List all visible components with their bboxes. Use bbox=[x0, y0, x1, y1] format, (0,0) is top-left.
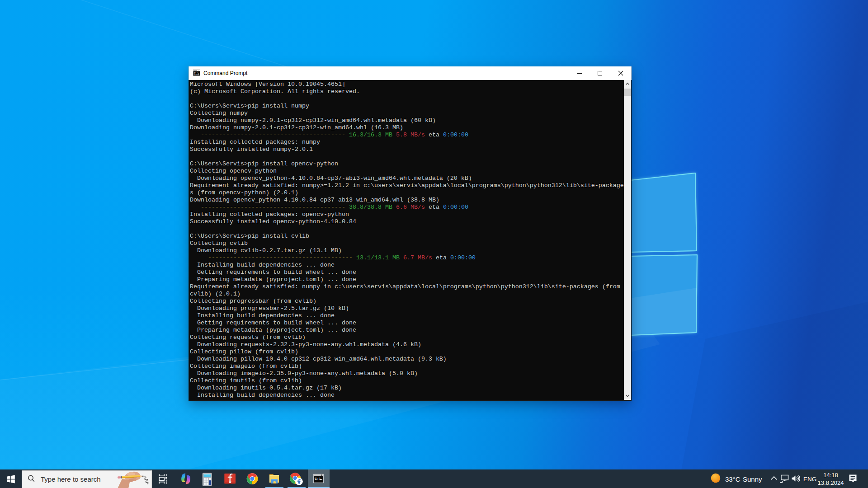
svg-text:C:\: C:\ bbox=[194, 72, 199, 75]
svg-text:C:\: C:\ bbox=[315, 477, 321, 481]
